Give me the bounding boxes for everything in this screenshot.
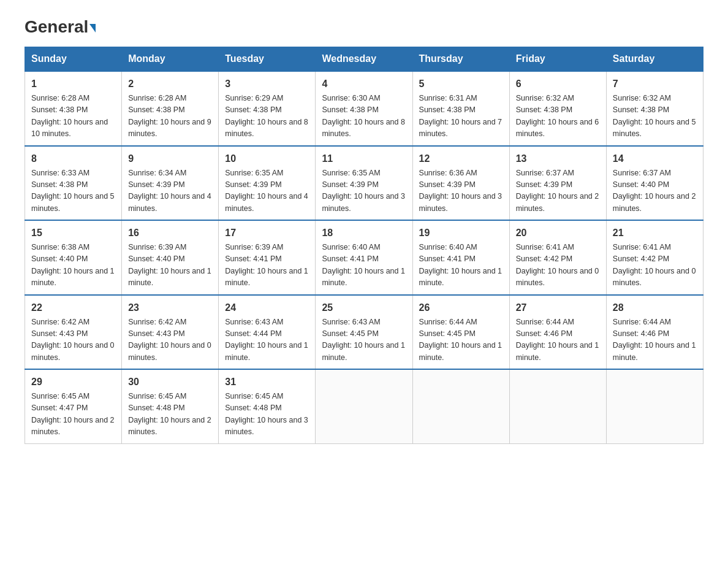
header-thursday: Thursday (412, 47, 509, 72)
sunset-label: Sunset: 4:40 PM (31, 255, 88, 263)
day-info: Sunrise: 6:33 AM Sunset: 4:38 PM Dayligh… (31, 167, 115, 215)
day-number: 29 (31, 375, 115, 389)
calendar-cell: 21 Sunrise: 6:41 AM Sunset: 4:42 PM Dayl… (606, 220, 703, 295)
sunset-label: Sunset: 4:42 PM (516, 255, 572, 263)
sunrise-label: Sunrise: 6:29 AM (225, 94, 283, 102)
daylight-label: Daylight: 10 hours and 3 minutes. (225, 416, 308, 436)
daylight-label: Daylight: 10 hours and 0 minutes. (516, 267, 599, 287)
calendar-cell: 11 Sunrise: 6:35 AM Sunset: 4:39 PM Dayl… (316, 146, 412, 221)
day-info: Sunrise: 6:41 AM Sunset: 4:42 PM Dayligh… (613, 242, 697, 289)
header-tuesday: Tuesday (219, 47, 316, 72)
calendar-week-1: 1 Sunrise: 6:28 AM Sunset: 4:38 PM Dayli… (25, 71, 703, 146)
day-number: 13 (516, 151, 600, 166)
sunrise-label: Sunrise: 6:41 AM (613, 243, 671, 251)
day-info: Sunrise: 6:39 AM Sunset: 4:40 PM Dayligh… (128, 242, 212, 289)
daylight-label: Daylight: 10 hours and 1 minute. (613, 341, 696, 361)
page-header: General (25, 18, 703, 34)
sunset-label: Sunset: 4:41 PM (419, 255, 476, 263)
sunrise-label: Sunrise: 6:39 AM (225, 243, 283, 251)
day-number: 27 (516, 301, 600, 315)
calendar-cell (412, 369, 509, 443)
day-info: Sunrise: 6:38 AM Sunset: 4:40 PM Dayligh… (31, 242, 115, 289)
calendar-cell: 17 Sunrise: 6:39 AM Sunset: 4:41 PM Dayl… (219, 220, 316, 295)
day-info: Sunrise: 6:41 AM Sunset: 4:42 PM Dayligh… (516, 242, 600, 289)
calendar-cell: 31 Sunrise: 6:45 AM Sunset: 4:48 PM Dayl… (219, 369, 316, 443)
calendar-header-row: SundayMondayTuesdayWednesdayThursdayFrid… (25, 47, 703, 72)
calendar-week-2: 8 Sunrise: 6:33 AM Sunset: 4:38 PM Dayli… (25, 146, 703, 221)
header-friday: Friday (509, 47, 606, 72)
calendar-cell: 19 Sunrise: 6:40 AM Sunset: 4:41 PM Dayl… (412, 220, 509, 295)
sunrise-label: Sunrise: 6:43 AM (225, 318, 283, 326)
logo-text: General (25, 18, 96, 36)
daylight-label: Daylight: 10 hours and 0 minutes. (613, 267, 696, 287)
daylight-label: Daylight: 10 hours and 1 minute. (419, 341, 502, 361)
daylight-label: Daylight: 10 hours and 1 minute. (322, 341, 405, 361)
sunrise-label: Sunrise: 6:35 AM (225, 169, 283, 177)
day-info: Sunrise: 6:42 AM Sunset: 4:43 PM Dayligh… (128, 316, 212, 364)
day-info: Sunrise: 6:31 AM Sunset: 4:38 PM Dayligh… (419, 93, 503, 140)
calendar-cell: 2 Sunrise: 6:28 AM Sunset: 4:38 PM Dayli… (122, 71, 219, 146)
day-number: 30 (128, 375, 212, 389)
day-number: 11 (322, 151, 406, 166)
day-info: Sunrise: 6:39 AM Sunset: 4:41 PM Dayligh… (225, 242, 309, 289)
sunset-label: Sunset: 4:38 PM (516, 105, 572, 114)
sunrise-label: Sunrise: 6:28 AM (128, 94, 186, 102)
day-number: 12 (419, 151, 503, 166)
sunset-label: Sunset: 4:46 PM (613, 329, 669, 338)
logo: General (25, 18, 96, 34)
day-info: Sunrise: 6:44 AM Sunset: 4:45 PM Dayligh… (419, 316, 503, 364)
sunset-label: Sunset: 4:38 PM (613, 105, 669, 114)
daylight-label: Daylight: 10 hours and 1 minute. (516, 341, 599, 361)
sunset-label: Sunset: 4:38 PM (225, 105, 281, 114)
sunset-label: Sunset: 4:38 PM (128, 105, 184, 114)
day-number: 8 (31, 151, 115, 166)
sunset-label: Sunset: 4:40 PM (128, 255, 184, 263)
sunrise-label: Sunrise: 6:45 AM (225, 392, 283, 400)
sunset-label: Sunset: 4:39 PM (128, 180, 184, 189)
header-sunday: Sunday (25, 47, 122, 72)
daylight-label: Daylight: 10 hours and 4 minutes. (225, 192, 308, 212)
calendar-cell: 28 Sunrise: 6:44 AM Sunset: 4:46 PM Dayl… (606, 295, 703, 370)
header-monday: Monday (122, 47, 219, 72)
calendar-week-4: 22 Sunrise: 6:42 AM Sunset: 4:43 PM Dayl… (25, 295, 703, 370)
sunrise-label: Sunrise: 6:31 AM (419, 94, 477, 102)
calendar-cell: 9 Sunrise: 6:34 AM Sunset: 4:39 PM Dayli… (122, 146, 219, 221)
sunset-label: Sunset: 4:38 PM (322, 105, 378, 114)
sunrise-label: Sunrise: 6:45 AM (31, 392, 89, 400)
day-info: Sunrise: 6:32 AM Sunset: 4:38 PM Dayligh… (516, 93, 600, 140)
day-number: 1 (31, 77, 115, 91)
day-info: Sunrise: 6:29 AM Sunset: 4:38 PM Dayligh… (225, 93, 309, 140)
day-number: 2 (128, 77, 212, 91)
calendar-body: 1 Sunrise: 6:28 AM Sunset: 4:38 PM Dayli… (25, 71, 703, 443)
day-info: Sunrise: 6:35 AM Sunset: 4:39 PM Dayligh… (322, 167, 406, 215)
calendar-cell: 16 Sunrise: 6:39 AM Sunset: 4:40 PM Dayl… (122, 220, 219, 295)
day-info: Sunrise: 6:42 AM Sunset: 4:43 PM Dayligh… (31, 316, 115, 364)
day-number: 6 (516, 77, 600, 91)
sunset-label: Sunset: 4:43 PM (128, 329, 184, 338)
sunrise-label: Sunrise: 6:32 AM (516, 94, 574, 102)
day-number: 28 (613, 301, 697, 315)
sunrise-label: Sunrise: 6:39 AM (128, 243, 186, 251)
sunset-label: Sunset: 4:39 PM (516, 180, 572, 189)
calendar-cell: 22 Sunrise: 6:42 AM Sunset: 4:43 PM Dayl… (25, 295, 122, 370)
day-number: 9 (128, 151, 212, 166)
day-info: Sunrise: 6:45 AM Sunset: 4:48 PM Dayligh… (128, 391, 212, 439)
calendar-cell (316, 369, 412, 443)
sunrise-label: Sunrise: 6:30 AM (322, 94, 380, 102)
day-info: Sunrise: 6:45 AM Sunset: 4:47 PM Dayligh… (31, 391, 115, 439)
daylight-label: Daylight: 10 hours and 5 minutes. (31, 192, 115, 212)
day-number: 26 (419, 301, 503, 315)
sunset-label: Sunset: 4:38 PM (31, 105, 88, 114)
sunset-label: Sunset: 4:45 PM (419, 329, 476, 338)
daylight-label: Daylight: 10 hours and 3 minutes. (419, 192, 502, 212)
daylight-label: Daylight: 10 hours and 9 minutes. (128, 118, 211, 138)
day-number: 3 (225, 77, 309, 91)
daylight-label: Daylight: 10 hours and 8 minutes. (322, 118, 405, 138)
sunrise-label: Sunrise: 6:40 AM (322, 243, 380, 251)
calendar-cell: 20 Sunrise: 6:41 AM Sunset: 4:42 PM Dayl… (509, 220, 606, 295)
day-number: 10 (225, 151, 309, 166)
day-number: 20 (516, 226, 600, 240)
day-number: 22 (31, 301, 115, 315)
day-info: Sunrise: 6:35 AM Sunset: 4:39 PM Dayligh… (225, 167, 309, 215)
day-info: Sunrise: 6:43 AM Sunset: 4:45 PM Dayligh… (322, 316, 406, 364)
